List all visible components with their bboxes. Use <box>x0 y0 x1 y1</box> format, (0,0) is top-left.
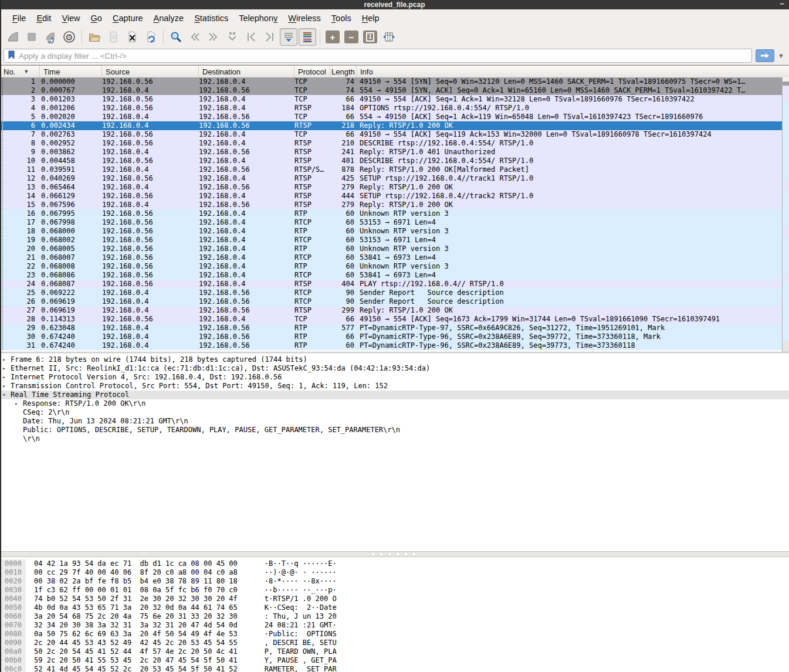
detail-tree-item[interactable]: ▸Internet Protocol Version 4, Src: 192.1… <box>0 373 789 382</box>
toolbar-colorize-button[interactable] <box>299 28 316 46</box>
detail-tree-item[interactable]: \r\n <box>0 435 789 443</box>
packet-row-29[interactable]: 290.623048192.168.0.4192.168.0.56RTP577P… <box>0 324 783 332</box>
packet-row-6[interactable]: 60.002434192.168.0.4192.168.0.56RTSP218R… <box>0 121 783 130</box>
packet-row-9[interactable]: 90.003862192.168.0.4192.168.0.56RTSP241R… <box>0 148 783 157</box>
minimize-button[interactable]: – <box>780 0 784 8</box>
toolbar-capture-start-button[interactable] <box>4 28 22 46</box>
menu-edit[interactable]: Edit <box>31 12 56 25</box>
toolbar-go-first-button[interactable] <box>242 28 260 46</box>
menu-telephony[interactable]: Telephony <box>233 12 283 25</box>
column-header-protocol[interactable]: Protocol <box>294 66 330 77</box>
toolbar-zoom-original-button[interactable]: 1 <box>361 28 379 46</box>
column-header-length[interactable]: Length <box>330 66 357 77</box>
hex-row-0000[interactable]: 000004 42 1a 93 54 da ec 71 db d1 1c ca … <box>0 559 789 568</box>
packet-row-7[interactable]: 70.002763192.168.0.56192.168.0.4TCP66491… <box>0 130 783 139</box>
toolbar-close-file-button[interactable] <box>123 28 141 46</box>
packet-row-13[interactable]: 130.065464192.168.0.4192.168.0.56RTSP279… <box>0 183 783 192</box>
menu-help[interactable]: Help <box>357 12 385 25</box>
filter-bookmark-icon[interactable] <box>8 50 15 62</box>
toolbar-capture-restart-button[interactable] <box>42 28 59 46</box>
packet-row-16[interactable]: 160.067995192.168.0.56192.168.0.4RTP60Un… <box>0 209 783 218</box>
menu-capture[interactable]: Capture <box>107 12 148 25</box>
packet-row-2[interactable]: 20.000767192.168.0.4192.168.0.56TCP74554… <box>0 86 783 95</box>
hex-row-0050[interactable]: 00504b 0d 0a 43 53 65 71 3a 20 32 0d 0a … <box>0 603 789 612</box>
packet-row-15[interactable]: 150.067596192.168.0.4192.168.0.56RTSP279… <box>0 201 783 209</box>
toolbar-reload-file-button[interactable] <box>142 28 160 46</box>
detail-tree-item[interactable]: ▸Response: RTSP/1.0 200 OK\r\n <box>0 399 789 408</box>
packet-row-4[interactable]: 40.001206192.168.0.56192.168.0.4RTSP184O… <box>0 104 783 113</box>
menu-file[interactable]: File <box>7 12 31 25</box>
hex-row-00a0[interactable]: 00a050 2c 20 54 45 41 52 44 4f 57 4e 2c … <box>0 647 789 656</box>
collapsed-arrow-icon[interactable]: ▸ <box>12 399 21 408</box>
hex-row-0020[interactable]: 002000 38 02 2a bf fe f8 b5 b4 e0 38 78 … <box>0 577 789 586</box>
detail-tree-item[interactable]: Public: OPTIONS, DESCRIBE, SETUP, TEARDO… <box>0 426 789 435</box>
packet-row-14[interactable]: 140.066129192.168.0.56192.168.0.4RTSP444… <box>0 192 783 201</box>
packet-row-17[interactable]: 170.067998192.168.0.56192.168.0.4RTCP605… <box>0 218 783 227</box>
packet-row-24[interactable]: 240.068087192.168.0.56192.168.0.4RTSP404… <box>0 280 783 289</box>
detail-tree-item[interactable]: Date: Thu, Jun 13 2024 08:21:21 GMT\r\n <box>0 417 789 426</box>
detail-tree-item[interactable]: ▸Transmission Control Protocol, Src Port… <box>0 382 789 391</box>
packet-row-12[interactable]: 120.040269192.168.0.56192.168.0.4RTSP425… <box>0 174 783 183</box>
packet-row-8[interactable]: 80.002952192.168.0.56192.168.0.4RTSP210D… <box>0 139 783 148</box>
menu-wireless[interactable]: Wireless <box>283 12 326 25</box>
toolbar-go-back-button[interactable] <box>186 28 204 46</box>
column-header-time[interactable]: Time <box>40 66 102 77</box>
hex-row-0030[interactable]: 00301f c3 62 ff 00 00 01 01 08 0a 5f fc … <box>0 586 789 595</box>
toolbar-capture-options-button[interactable]: ⚙ <box>60 28 78 46</box>
column-header-destination[interactable]: Destination <box>199 66 294 77</box>
menu-view[interactable]: View <box>56 12 85 25</box>
toolbar-zoom-in-button[interactable]: + <box>324 28 341 46</box>
menu-tools[interactable]: Tools <box>326 12 357 25</box>
detail-tree-item[interactable]: CSeq: 2\r\n <box>0 408 789 417</box>
packet-row-11[interactable]: 110.039591192.168.0.4192.168.0.56RTSP/S…… <box>0 165 783 174</box>
hex-row-0010[interactable]: 001000 cc 29 7f 40 00 40 06 8f 20 c0 a8 … <box>0 568 789 577</box>
toolbar-open-file-button[interactable] <box>86 28 103 46</box>
filter-dropdown-caret-icon[interactable]: ▼ <box>778 52 784 59</box>
collapsed-arrow-icon[interactable]: ▸ <box>0 355 8 364</box>
packet-row-23[interactable]: 230.068086192.168.0.56192.168.0.4RTCP605… <box>0 271 783 280</box>
detail-tree-item[interactable]: ▾Real Time Streaming Protocol <box>0 391 789 399</box>
apply-filter-button[interactable] <box>756 49 774 62</box>
toolbar-resize-columns-button[interactable] <box>380 28 398 46</box>
menu-analyze[interactable]: Analyze <box>148 12 189 25</box>
packet-row-30[interactable]: 300.674240192.168.0.4192.168.0.56RTP66PT… <box>0 332 783 341</box>
packet-row-1[interactable]: 10.000000192.168.0.56192.168.0.4TCP74491… <box>0 77 783 86</box>
packet-row-26[interactable]: 260.069619192.168.0.4192.168.0.56RTCP90S… <box>0 297 783 306</box>
packet-row-19[interactable]: 190.068002192.168.0.56192.168.0.4RTCP605… <box>0 236 783 245</box>
hex-row-00b0[interactable]: 00b059 2c 20 50 41 55 53 45 2c 20 47 45 … <box>0 656 789 665</box>
toolbar-find-button[interactable] <box>167 28 185 46</box>
packet-row-18[interactable]: 180.068000192.168.0.56192.168.0.4RTP60Un… <box>0 227 783 236</box>
toolbar-go-last-button[interactable] <box>261 28 279 46</box>
packet-row-20[interactable]: 200.068005192.168.0.56192.168.0.4RTP60Un… <box>0 245 783 253</box>
packet-row-10[interactable]: 100.004458192.168.0.56192.168.0.4RTSP401… <box>0 157 783 165</box>
hex-row-0040[interactable]: 004074 b0 52 54 53 50 2f 31 2e 30 20 32 … <box>0 595 789 603</box>
packet-row-25[interactable]: 250.069222192.168.0.4192.168.0.56RTCP90S… <box>0 289 783 297</box>
details-bytes-splitter[interactable]: ■ ■ ■ ■ ■ ■ <box>0 551 789 557</box>
hex-row-0070[interactable]: 007032 34 20 30 38 3a 32 31 3a 32 31 20 … <box>0 621 789 630</box>
detail-tree-item[interactable]: ▸Frame 6: 218 bytes on wire (1744 bits),… <box>0 355 789 364</box>
collapsed-arrow-icon[interactable]: ▸ <box>0 373 8 382</box>
column-header-info[interactable]: Info <box>357 66 789 77</box>
display-filter-input[interactable]: Apply a display filter ... <Ctrl-/> <box>4 49 752 63</box>
toolbar-capture-stop-button[interactable] <box>23 28 40 46</box>
hex-row-0090[interactable]: 00902c 20 44 45 53 43 52 49 42 45 2c 20 … <box>0 639 789 647</box>
menu-statistics[interactable]: Statistics <box>189 12 233 25</box>
packet-row-22[interactable]: 220.068008192.168.0.56192.168.0.4RTP60Un… <box>0 262 783 271</box>
packet-row-5[interactable]: 50.002020192.168.0.4192.168.0.56TCP66554… <box>0 113 783 121</box>
column-header-no[interactable]: No.▼ <box>0 66 40 77</box>
packet-row-27[interactable]: 270.069619192.168.0.4192.168.0.56RTSP299… <box>0 306 783 315</box>
packet-row-21[interactable]: 210.068007192.168.0.56192.168.0.4RTCP605… <box>0 253 783 262</box>
toolbar-auto-scroll-button[interactable] <box>280 28 297 46</box>
toolbar-go-to-packet-button[interactable] <box>224 28 241 46</box>
toolbar-zoom-out-button[interactable]: − <box>343 28 360 46</box>
hex-row-00c0[interactable]: 00c052 41 4d 45 54 45 52 2c 20 53 45 54 … <box>0 665 789 672</box>
expanded-arrow-icon[interactable]: ▾ <box>0 391 8 399</box>
packet-row-28[interactable]: 280.114313192.168.0.56192.168.0.4TCP6649… <box>0 315 783 324</box>
hex-row-0080[interactable]: 00800a 50 75 62 6c 69 63 3a 20 4f 50 54 … <box>0 630 789 639</box>
packet-list-scrollbar[interactable] <box>782 77 789 352</box>
column-header-source[interactable]: Source <box>102 66 199 77</box>
packet-row-31[interactable]: 310.674240192.168.0.4192.168.0.56RTP60PT… <box>0 341 783 350</box>
detail-tree-item[interactable]: ▸Ethernet II, Src: ReolinkI_d1:1c:ca (ec… <box>0 364 789 373</box>
packet-row-3[interactable]: 30.001203192.168.0.56192.168.0.4TCP66491… <box>0 95 783 104</box>
hex-row-0060[interactable]: 00603a 20 54 68 75 2c 20 4a 75 6e 20 31 … <box>0 612 789 621</box>
